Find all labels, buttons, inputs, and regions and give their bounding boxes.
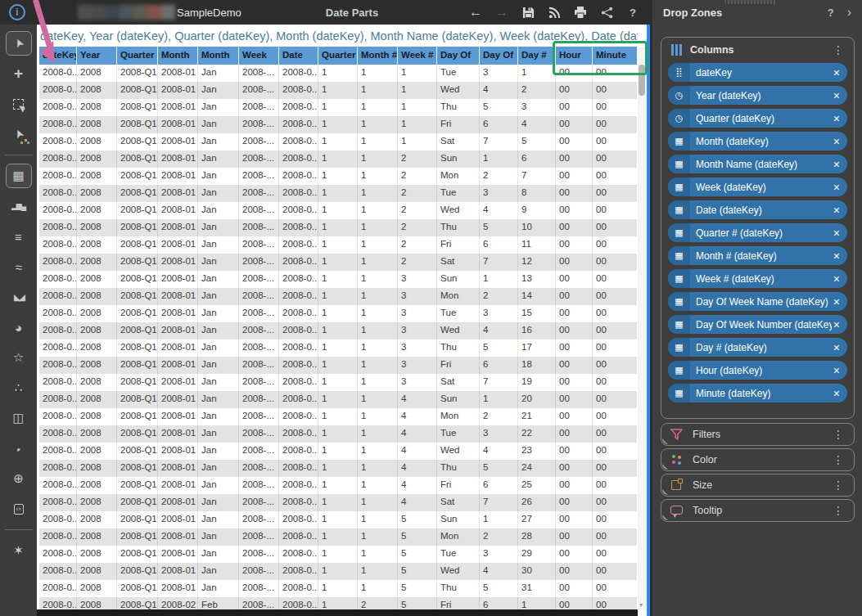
table-row[interactable]: 2008-0...20082008-Q12008-01Jan2008-...20… [39,425,637,443]
table-cell[interactable]: 00 [593,99,637,116]
table-cell[interactable]: 20 [518,391,556,408]
table-cell[interactable]: 2008-... [239,546,279,563]
table-cell[interactable]: 2008-0... [39,460,77,477]
table-cell[interactable]: Tue [437,425,480,443]
table-cell[interactable]: 2008-0... [39,477,77,494]
table-cell[interactable]: 3 [398,271,437,288]
table-cell[interactable]: Jan [198,151,239,168]
table-cell[interactable]: 2 [480,288,518,305]
table-cell[interactable]: 2008-0... [39,339,77,357]
table-cell[interactable]: 24 [518,460,556,477]
table-cell[interactable]: 1 [358,580,398,597]
table-cell[interactable]: 2008-Q1 [117,322,158,339]
table-row[interactable]: 2008-0...20082008-Q12008-01Jan2008-...20… [39,219,637,236]
table-row[interactable]: 2008-0...20082008-Q12008-01Jan2008-...20… [39,99,637,116]
table-cell[interactable]: 2008-... [239,563,279,580]
table-cell[interactable]: 2008-... [239,374,279,391]
table-cell[interactable]: 5 [398,580,437,597]
table-cell[interactable]: 4 [480,563,518,580]
table-cell[interactable]: 2008-01 [158,151,198,168]
table-cell[interactable]: Jan [198,357,239,374]
table-cell[interactable]: 2008-01 [158,391,198,408]
table-cell[interactable]: Jan [198,99,239,116]
table-cell[interactable]: Jan [198,202,239,219]
column-header[interactable]: Day # [518,47,556,65]
table-cell[interactable]: 1 [358,322,398,339]
table-row[interactable]: 2008-0...20082008-Q12008-01Jan2008-...20… [39,391,637,408]
table-row[interactable]: 2008-0...20082008-Q12008-01Jan2008-...20… [39,185,637,202]
table-cell[interactable]: Jan [198,391,239,408]
table-cell[interactable]: 4 [480,322,518,339]
table-cell[interactable]: 22 [518,425,556,443]
column-chip[interactable]: ▦Quarter # (dateKey)× [668,223,847,242]
table-cell[interactable]: 2008 [77,511,117,528]
table-cell[interactable]: 2008-0... [39,494,77,511]
table-cell[interactable]: 2008-0... [39,288,77,305]
map-chart-icon[interactable]: ⊕ [6,466,32,491]
table-cell[interactable]: 2008-01 [158,185,198,202]
table-cell[interactable]: 2008-... [239,494,279,511]
table-cell[interactable]: 1 [358,99,398,116]
table-cell[interactable]: 2008 [77,151,117,168]
table-cell[interactable]: 1 [358,82,398,99]
table-cell[interactable]: 2008-01 [158,374,198,391]
table-cell[interactable]: 13 [518,271,556,288]
filters-drop-zone[interactable]: Filters ⋮ [661,423,855,446]
table-cell[interactable]: 2008 [77,580,117,597]
table-cell[interactable]: 2008 [77,219,117,236]
table-cell[interactable]: 3 [398,357,437,374]
table-cell[interactable]: 2008-Q1 [117,185,158,202]
table-cell[interactable]: 2008-0... [279,477,318,494]
column-header[interactable]: Week [239,47,279,65]
chip-close-icon[interactable]: × [832,364,847,377]
table-cell[interactable]: 2008 [77,99,117,116]
table-cell[interactable]: 00 [593,236,637,254]
table-cell[interactable]: 2008 [77,563,117,580]
columns-drop-zone[interactable]: Columns ⋮ ⣿dateKey×◷Year (dateKey)×◷Quar… [661,37,855,419]
table-cell[interactable]: Jan [198,528,239,546]
table-cell[interactable]: 4 [398,477,437,494]
table-cell[interactable]: 00 [593,202,637,219]
table-cell[interactable]: 5 [398,546,437,563]
table-row[interactable]: 2008-0...20082008-Q12008-01Jan2008-...20… [39,339,637,357]
table-cell[interactable]: Mon [437,288,480,305]
table-cell[interactable]: 2008-... [239,116,279,133]
table-cell[interactable]: 1 [358,168,398,185]
table-cell[interactable]: 2008-... [239,408,279,425]
table-cell[interactable]: 2 [480,408,518,425]
table-row[interactable]: 2008-0...20082008-Q12008-01Jan2008-...20… [39,443,637,460]
table-cell[interactable]: 2008-01 [158,236,198,254]
table-cell[interactable]: 2008-0... [39,597,77,609]
table-cell[interactable]: 1 [480,271,518,288]
table-cell[interactable]: 2 [398,168,437,185]
table-cell[interactable]: 4 [398,460,437,477]
table-cell[interactable]: 2008 [77,528,117,546]
table-cell[interactable]: 1 [358,339,398,357]
table-cell[interactable]: 2008-... [239,528,279,546]
table-cell[interactable]: 2008-0... [279,580,318,597]
table-row[interactable]: 2008-0...20082008-Q12008-02Feb2008-...20… [39,597,637,609]
table-cell[interactable]: Sun [437,151,480,168]
column-chip[interactable]: ▦Month (dateKey)× [668,132,847,151]
column-header[interactable]: Quarter [318,47,358,65]
table-cell[interactable]: 2008-Q1 [117,408,158,425]
table-cell[interactable]: 00 [593,460,637,477]
table-cell[interactable]: 2008-0... [39,443,77,460]
table-cell[interactable]: 1 [318,322,358,339]
table-cell[interactable]: 2008-0... [39,391,77,408]
table-cell[interactable]: 2008-01 [158,202,198,219]
table-cell[interactable]: 2008-0... [39,357,77,374]
table-cell[interactable]: 2008-Q1 [117,580,158,597]
table-cell[interactable]: 2008 [77,185,117,202]
table-cell[interactable]: 2008-... [239,65,279,82]
table-cell[interactable]: 2008-0... [279,528,318,546]
table-cell[interactable]: 2008 [77,374,117,391]
table-cell[interactable]: 2008 [77,391,117,408]
table-cell[interactable]: 2008 [77,254,117,271]
table-cell[interactable]: 2008-... [239,202,279,219]
column-header[interactable]: dateKey [39,47,77,65]
table-cell[interactable]: 2008 [77,202,117,219]
scatter-plot-icon[interactable]: ∴ [6,375,32,400]
chip-close-icon[interactable]: × [832,66,847,79]
table-cell[interactable]: 1 [318,99,358,116]
